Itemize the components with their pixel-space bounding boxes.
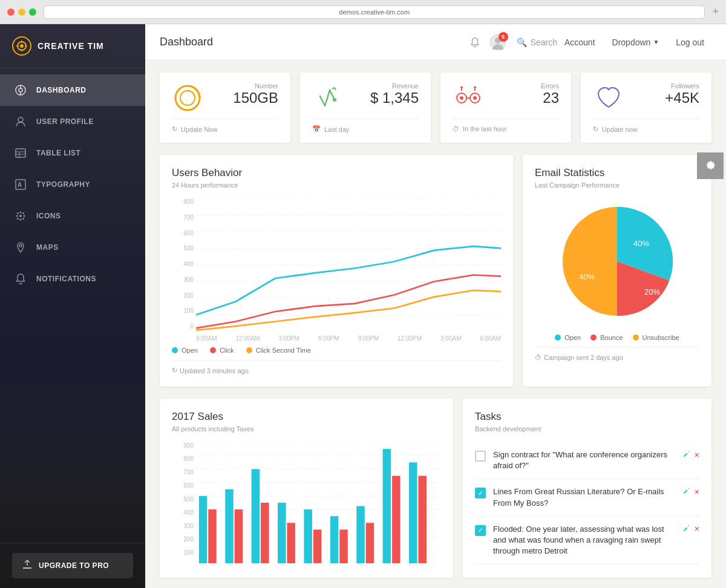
svg-rect-27 — [23, 567, 31, 569]
url-text: demos.creative-tim.com — [339, 8, 410, 16]
email-stats-footer: ⏱ Campaign sent 2 days ago — [535, 347, 699, 361]
svg-rect-78 — [409, 462, 417, 563]
stat-footer-number: Update Now — [181, 126, 218, 133]
stat-label-number: Number — [233, 82, 278, 90]
stat-footer-followers: Update now — [602, 126, 638, 133]
minimize-dot[interactable] — [18, 8, 25, 16]
sales-card: 2017 Sales All products including Taxes … — [160, 399, 453, 578]
task-delete-3[interactable]: × — [695, 524, 699, 534]
x-label-9am: 9:00AM — [196, 335, 217, 342]
bar-y-800: 800 — [172, 456, 194, 462]
sidebar-item-table-list[interactable]: TABLE LIST — [0, 137, 145, 169]
svg-rect-77 — [392, 476, 401, 563]
task-edit-1[interactable] — [682, 449, 691, 460]
legend-dot-click — [210, 347, 216, 353]
search-bar[interactable]: 🔍 Search — [517, 38, 557, 47]
maximize-dot[interactable] — [29, 8, 36, 16]
url-bar[interactable]: demos.creative-tim.com — [44, 5, 705, 19]
line-chart-svg — [196, 198, 501, 332]
task-checkbox-2[interactable]: ✓ — [475, 488, 486, 498]
account-link[interactable]: Account — [557, 34, 603, 51]
sidebar-item-icons[interactable]: ICONS — [0, 200, 145, 232]
svg-point-36 — [473, 96, 477, 100]
y-label-400: 400 — [172, 261, 194, 267]
user-profile-icon — [12, 113, 29, 130]
stat-card-errors: Errors 23 ⏱ In the last hour — [440, 73, 571, 143]
stat-value-revenue: $ 1,345 — [370, 90, 419, 106]
task-edit-3[interactable] — [682, 524, 691, 534]
logo-icon — [12, 36, 31, 56]
svg-point-7 — [19, 88, 22, 92]
task-delete-2[interactable]: × — [695, 487, 699, 497]
sidebar-item-typography[interactable]: A TYPOGRAPHY — [0, 169, 145, 200]
legend-label-open: Open — [182, 347, 198, 354]
task-checkbox-1[interactable] — [475, 451, 486, 462]
logout-link[interactable]: Log out — [669, 34, 711, 51]
stat-value-errors: 23 — [541, 90, 559, 106]
dropdown-menu[interactable]: Dropdown ▼ — [605, 34, 667, 51]
sidebar-item-dashboard[interactable]: DASHBOARD — [0, 74, 145, 106]
task-item-3: ✓ Flooded: One year later, assessing wha… — [475, 517, 699, 565]
sidebar-item-maps[interactable]: MAPS — [0, 232, 145, 263]
svg-point-21 — [24, 215, 25, 217]
svg-point-20 — [16, 215, 18, 217]
new-tab-button[interactable]: + — [712, 5, 719, 18]
svg-point-18 — [20, 212, 22, 214]
legend-label-click-second: Click Second Time — [256, 347, 311, 354]
pie-chart-container: 40% 20% 40% — [535, 201, 699, 322]
calendar-icon: 📅 — [312, 125, 321, 133]
dashboard-icon — [12, 82, 29, 99]
task-actions-1: × — [682, 449, 699, 460]
logo-text: CREATIVE TIM — [38, 41, 104, 51]
x-label-3pm: 3:00PM — [279, 335, 299, 342]
legend-label-click: Click — [220, 347, 234, 354]
clock-icon: ⏱ — [453, 125, 459, 132]
notifications-icon — [12, 270, 29, 287]
y-label-0: 0 — [172, 323, 194, 330]
svg-point-24 — [22, 212, 24, 214]
main-content: Dashboard 5 🔍 — [145, 24, 726, 588]
sales-subtitle: All products including Taxes — [172, 425, 441, 433]
pie-label-bounce: Bounce — [600, 334, 623, 341]
table-list-icon — [12, 145, 29, 162]
icons-icon — [12, 207, 29, 224]
search-icon: 🔍 — [517, 38, 527, 47]
svg-rect-70 — [304, 509, 312, 563]
svg-point-23 — [22, 218, 24, 220]
tasks-card: Tasks Backend development Sign contract … — [463, 399, 711, 578]
task-actions-2: × — [682, 486, 699, 497]
notification-bell-button[interactable] — [466, 33, 484, 51]
task-checkbox-3[interactable]: ✓ — [475, 525, 486, 536]
avatar-button[interactable]: 5 — [489, 33, 507, 51]
svg-rect-69 — [287, 523, 295, 563]
sidebar-item-notifications[interactable]: NOTIFICATIONS — [0, 263, 145, 295]
close-dot[interactable] — [7, 8, 15, 16]
table-list-label: TABLE LIST — [36, 149, 80, 157]
gear-button[interactable] — [697, 152, 724, 179]
pie-label-unsubscribe: Unsubscribe — [643, 334, 679, 341]
header-nav: Account Dropdown ▼ Log out — [557, 34, 711, 51]
legend-dot-click-second — [246, 347, 252, 353]
users-behavior-footer: ↻ Updated 3 minutes ago — [172, 360, 501, 374]
users-behavior-title: Users Behavior — [172, 167, 501, 179]
bar-y-300: 300 — [172, 523, 194, 529]
stat-footer-errors: In the last hour — [463, 125, 507, 132]
content-area: Number 150GB ↻ Update Now — [145, 60, 726, 588]
sidebar-item-user-profile[interactable]: USER PROFILE — [0, 106, 145, 137]
stat-card-followers: Followers +45K ↻ Update now — [581, 73, 711, 143]
refresh-icon-4: ↻ — [593, 125, 598, 133]
x-label-9pm: 9:00PM — [358, 335, 379, 342]
upgrade-button[interactable]: UPGRADE TO PRO — [12, 553, 133, 578]
task-actions-3: × — [682, 524, 699, 534]
task-edit-2[interactable] — [682, 486, 691, 497]
sidebar-logo[interactable]: CREATIVE TIM — [0, 24, 145, 68]
number-icon — [172, 82, 203, 114]
pie-dot-open — [555, 335, 561, 341]
task-text-2: Lines From Great Russian Literature? Or … — [493, 486, 675, 508]
pie-label-open: Open — [564, 334, 581, 341]
stat-label-revenue: Revenue — [370, 82, 419, 90]
browser-dots — [7, 8, 36, 16]
typography-label: TYPOGRAPHY — [36, 180, 90, 189]
users-behavior-card: Users Behavior 24 Hours performance 800 … — [160, 155, 513, 387]
task-delete-1[interactable]: × — [695, 450, 699, 460]
